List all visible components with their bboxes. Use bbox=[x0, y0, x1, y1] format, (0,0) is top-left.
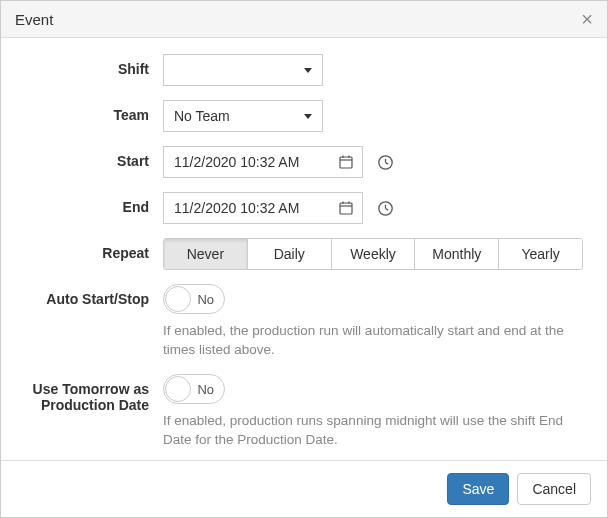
help-use-tomorrow: If enabled, production runs spanning mid… bbox=[163, 412, 585, 450]
label-start: Start bbox=[23, 146, 163, 169]
calendar-icon[interactable] bbox=[338, 154, 354, 170]
end-datetime-input[interactable]: 11/2/2020 10:32 AM bbox=[163, 192, 363, 224]
cancel-button[interactable]: Cancel bbox=[517, 473, 591, 505]
row-shift: Shift bbox=[23, 54, 585, 86]
label-use-tomorrow: Use Tomorrow as Production Date bbox=[23, 374, 163, 413]
label-shift: Shift bbox=[23, 54, 163, 77]
modal-header: Event × bbox=[1, 1, 607, 38]
label-team: Team bbox=[23, 100, 163, 123]
help-auto-start-stop: If enabled, the production run will auto… bbox=[163, 322, 585, 360]
start-value: 11/2/2020 10:32 AM bbox=[174, 154, 332, 170]
team-value: No Team bbox=[174, 108, 230, 124]
use-tomorrow-state: No bbox=[197, 381, 214, 396]
start-clock-button[interactable] bbox=[371, 146, 401, 178]
toggle-knob bbox=[165, 286, 191, 312]
shift-select[interactable] bbox=[163, 54, 323, 86]
event-modal: Event × Shift Team No Team Start bbox=[0, 0, 608, 518]
svg-rect-0 bbox=[340, 157, 352, 168]
repeat-yearly[interactable]: Yearly bbox=[499, 239, 582, 269]
caret-down-icon bbox=[304, 114, 312, 119]
svg-line-6 bbox=[386, 162, 389, 164]
label-repeat: Repeat bbox=[23, 238, 163, 261]
modal-title: Event bbox=[15, 11, 53, 28]
label-auto-start-stop: Auto Start/Stop bbox=[23, 284, 163, 307]
save-button[interactable]: Save bbox=[447, 473, 509, 505]
repeat-never[interactable]: Never bbox=[164, 239, 248, 269]
svg-rect-7 bbox=[340, 203, 352, 214]
caret-down-icon bbox=[304, 68, 312, 73]
use-tomorrow-toggle[interactable]: No bbox=[163, 374, 225, 404]
start-datetime-input[interactable]: 11/2/2020 10:32 AM bbox=[163, 146, 363, 178]
toggle-knob bbox=[165, 376, 191, 402]
label-end: End bbox=[23, 192, 163, 215]
row-use-tomorrow: Use Tomorrow as Production Date No If en… bbox=[23, 374, 585, 450]
auto-start-stop-toggle[interactable]: No bbox=[163, 284, 225, 314]
repeat-daily[interactable]: Daily bbox=[248, 239, 332, 269]
row-end: End 11/2/2020 10:32 AM bbox=[23, 192, 585, 224]
auto-start-stop-state: No bbox=[197, 292, 214, 307]
svg-line-13 bbox=[386, 208, 389, 210]
row-auto-start-stop: Auto Start/Stop No If enabled, the produ… bbox=[23, 284, 585, 360]
modal-footer: Save Cancel bbox=[1, 460, 607, 517]
team-select[interactable]: No Team bbox=[163, 100, 323, 132]
calendar-icon[interactable] bbox=[338, 200, 354, 216]
repeat-monthly[interactable]: Monthly bbox=[415, 239, 499, 269]
end-value: 11/2/2020 10:32 AM bbox=[174, 200, 332, 216]
repeat-segmented: Never Daily Weekly Monthly Yearly bbox=[163, 238, 583, 270]
end-clock-button[interactable] bbox=[371, 192, 401, 224]
row-repeat: Repeat Never Daily Weekly Monthly Yearly bbox=[23, 238, 585, 270]
close-icon[interactable]: × bbox=[581, 9, 593, 29]
row-start: Start 11/2/2020 10:32 AM bbox=[23, 146, 585, 178]
modal-body: Shift Team No Team Start 11/2/202 bbox=[1, 38, 607, 460]
row-team: Team No Team bbox=[23, 100, 585, 132]
repeat-weekly[interactable]: Weekly bbox=[332, 239, 416, 269]
